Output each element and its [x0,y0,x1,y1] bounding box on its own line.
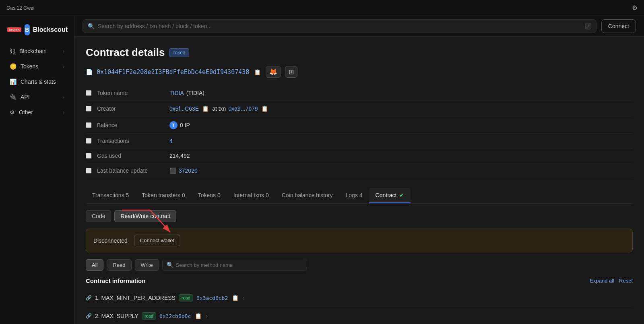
tab-logs[interactable]: Logs 4 [339,188,369,203]
tabs-row: Transactions 5 Token transfers 0 Tokens … [86,188,633,204]
sidebar-item-tokens[interactable]: 🪙 Tokens › [3,59,71,74]
token-badge: Token [169,48,189,57]
tab-contract[interactable]: Contract ✔ [369,188,411,203]
connect-wallet-button[interactable]: Connect wallet [134,235,180,246]
chevron-icon-api: › [63,95,64,99]
sidebar-item-api[interactable]: 🔌 API › [3,90,71,104]
testnet-badge: testnet [7,27,21,32]
main-content: 🔍 / Connect Contract details Token 📄 0x1… [74,16,644,324]
top-bar: Gas 12 Gwei ⚙ [0,0,644,16]
blockchain-icon: ⛓ [10,48,15,54]
search-input[interactable] [98,23,582,29]
contract-file-icon: 📄 [86,69,93,75]
creator-txn-link[interactable]: 0xa9...7b79 [228,105,258,112]
sidebar-item-charts[interactable]: 📊 Charts & stats [3,74,71,89]
contract-info-title: Contract information [86,277,145,284]
value-creator: 0x5f...C63E 📋 at txn 0xa9...7b79 📋 [169,105,269,113]
detail-row-gas: ⬜ Gas used 214,492 [86,149,633,163]
qr-code-button[interactable]: ⊞ [285,66,297,78]
chevron-icon-blockchain: › [63,49,64,54]
label-balance: Balance [97,122,169,128]
contract-panel: Code Read/Write contract Disconnected Co… [86,204,633,324]
emoji-avatar-button[interactable]: 🦊 [266,66,281,78]
label-token-name: Token name [97,90,169,96]
sidebar-label-blockchain: Blockchain [19,48,47,54]
sub-tabs-row: Code Read/Write contract [86,210,176,222]
contract-info-actions: Expand all Reset [590,278,633,284]
last-balance-link[interactable]: 372020 [179,167,198,174]
sidebar-item-other[interactable]: ⚙ Other › [3,105,71,120]
copy-creator-button[interactable]: 📋 [201,105,210,113]
settings-icon[interactable]: ⚙ [632,4,638,12]
detail-icon-transactions: ⬜ [86,138,94,144]
sub-tab-code[interactable]: Code [86,210,111,222]
search-kbd: / [585,23,591,29]
sidebar-item-blockchain[interactable]: ⛓ Blockchain › [3,44,71,58]
detail-icon-last-balance: ⬜ [86,168,94,173]
logo-text: Blockscout [33,26,68,33]
value-token-name: TIDIA (TIDIA) [169,90,204,96]
gas-info: Gas 12 Gwei [6,5,34,11]
logo-icon: B [25,24,30,35]
sidebar-label-charts: Charts & stats [21,78,56,85]
item-name-1: 1. MAX_MINT_PER_ADDRESS [95,295,175,301]
method-search-input[interactable] [176,262,303,268]
search-bar-wrapper: 🔍 / Connect [74,16,644,37]
expand-all-button[interactable]: Expand all [590,278,614,284]
tab-internal-txns[interactable]: Internal txns 0 [227,188,275,203]
copy-hash-2-button[interactable]: 📋 [194,312,202,320]
transactions-count-link[interactable]: 4 [169,138,173,144]
main-layout: testnet B Blockscout ⛓ Blockchain › 🪙 To… [0,16,644,324]
detail-row-last-balance: ⬜ Last balance update ⬛ 372020 [86,163,633,178]
at-txn-label: at txn [212,105,226,112]
sidebar-label-tokens: Tokens [21,63,38,70]
copy-txn-button[interactable]: 📋 [260,105,269,113]
tab-token-transfers[interactable]: Token transfers 0 [135,188,191,203]
label-gas: Gas used [97,153,169,159]
page-title: Contract details [86,46,165,59]
tab-transactions[interactable]: Transactions 5 [86,188,135,203]
connect-button[interactable]: Connect [601,19,636,33]
method-search-icon: 🔍 [167,262,173,268]
disconnected-bar: Disconnected Connect wallet [86,229,633,252]
value-balance: T 0 IP [169,121,190,129]
api-icon: 🔌 [10,94,17,100]
search-icon: 🔍 [88,23,95,29]
detail-icon-gas: ⬜ [86,153,94,159]
detail-row-token-name: ⬜ Token name TIDIA (TIDIA) [86,86,633,101]
block-icon: ⬛ [169,167,176,174]
contract-address: 0x1044F1F2e208e2I3FBdFfeEbDc4eE0dI943074… [97,68,249,76]
value-last-balance: ⬛ 372020 [169,167,198,174]
detail-row-creator: ⬜ Creator 0x5f...C63E 📋 at txn 0xa9...7b… [86,101,633,117]
filter-read-button[interactable]: Read [107,259,131,271]
sidebar: testnet B Blockscout ⛓ Blockchain › 🪙 To… [0,16,74,324]
contract-verified-icon: ✔ [399,192,404,198]
item-name-2: 2. MAX_SUPPLY [95,313,138,319]
sidebar-logo: testnet B Blockscout [0,21,74,43]
contract-item-2: 🔗 2. MAX_SUPPLY read 0x32cb6b0c 📋 › [86,307,633,324]
tab-coin-balance[interactable]: Coin balance history [275,188,339,203]
value-gas: 214,492 [169,153,190,159]
filter-all-button[interactable]: All [86,259,103,271]
method-search-bar[interactable]: 🔍 [162,259,307,271]
expand-item-2-button[interactable]: › [206,313,208,319]
creator-address-link[interactable]: 0x5f...C63E [169,105,199,112]
contract-content-area: Contract details Token 📄 0x1044F1F2e208e… [74,37,644,324]
disconnected-label: Disconnected [93,237,128,244]
chevron-icon-tokens: › [63,64,64,69]
search-bar[interactable]: 🔍 / [83,19,597,33]
value-transactions: 4 [169,138,173,144]
label-creator: Creator [97,105,169,112]
item-hash-2: 0x32cb6b0c [159,313,191,319]
reset-button[interactable]: Reset [619,278,633,284]
sidebar-label-api: API [21,94,30,100]
copy-address-button[interactable]: 📋 [253,68,262,76]
filter-write-button[interactable]: Write [135,259,159,271]
copy-hash-1-button[interactable]: 📋 [231,294,239,302]
detail-icon-creator: ⬜ [86,106,94,111]
expand-item-1-button[interactable]: › [243,295,245,301]
chevron-icon-other: › [63,110,64,115]
tab-tokens[interactable]: Tokens 0 [192,188,227,203]
sub-tab-read-write[interactable]: Read/Write contract [114,210,176,222]
token-name-link[interactable]: TIDIA [169,90,184,96]
